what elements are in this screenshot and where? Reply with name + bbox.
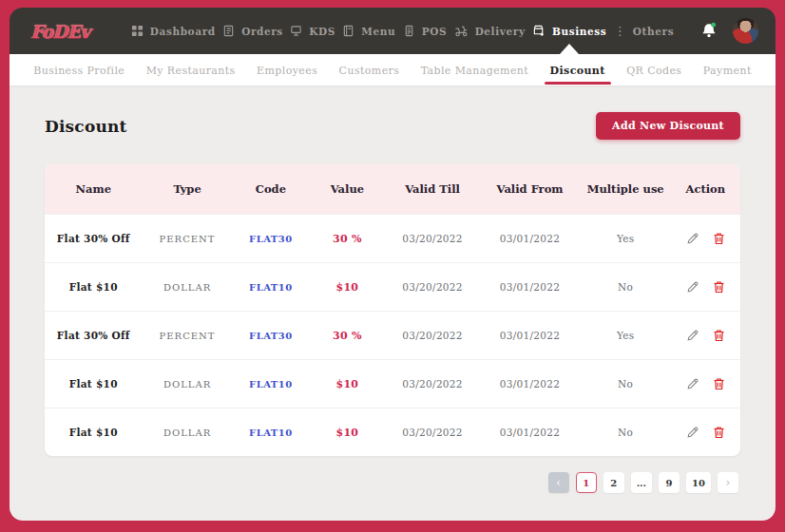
tab-payment[interactable]: Payment bbox=[701, 56, 754, 84]
pencil-icon bbox=[686, 331, 699, 345]
edit-button[interactable] bbox=[686, 329, 699, 342]
cell-code: FLAT10 bbox=[233, 428, 310, 438]
cell-multiple-use: Yes bbox=[581, 330, 671, 341]
nav-item-orders[interactable]: Orders bbox=[222, 25, 283, 37]
pagination-page-9[interactable]: 9 bbox=[659, 472, 680, 493]
tab-business-profile[interactable]: Business Profile bbox=[31, 56, 126, 84]
tab-qr-codes[interactable]: QR Codes bbox=[624, 56, 683, 84]
nav-item-dashboard[interactable]: Dashboard bbox=[131, 25, 216, 37]
edit-button[interactable] bbox=[686, 377, 699, 390]
nav-item-label: Delivery bbox=[475, 26, 526, 37]
cell-valid-from: 03/01/2022 bbox=[479, 330, 580, 341]
cell-valid-till: 03/20/2022 bbox=[386, 427, 480, 438]
trash-icon bbox=[713, 234, 725, 248]
edit-button[interactable] bbox=[686, 426, 699, 439]
nav-item-business[interactable]: Business bbox=[532, 25, 606, 37]
edit-button[interactable] bbox=[686, 280, 699, 294]
business-tabbar: Business Profile My Restaurants Employee… bbox=[10, 54, 775, 86]
nav-item-kds[interactable]: KDS bbox=[290, 25, 335, 37]
chevron-right-icon: › bbox=[726, 476, 731, 489]
tab-discount[interactable]: Discount bbox=[548, 56, 607, 84]
nav-item-pos[interactable]: POS bbox=[403, 25, 447, 37]
trash-icon bbox=[713, 331, 725, 345]
pagination-prev-button[interactable]: ‹ bbox=[548, 472, 569, 493]
top-nav-list: Dashboard Orders KDS Menu bbox=[127, 25, 678, 37]
trash-icon bbox=[713, 379, 725, 393]
cell-code: FLAT10 bbox=[233, 379, 310, 390]
cell-name: Flat 30% Off bbox=[45, 233, 142, 244]
add-new-discount-button[interactable]: Add New Discount bbox=[596, 112, 740, 140]
others-icon: ⋮ bbox=[614, 25, 626, 37]
column-header-code: Code bbox=[233, 182, 310, 196]
cell-type: PERCENT bbox=[142, 331, 232, 341]
business-icon bbox=[532, 25, 546, 37]
nav-item-menu[interactable]: Menu bbox=[342, 25, 395, 37]
orders-icon bbox=[222, 25, 235, 37]
kds-icon bbox=[290, 25, 302, 37]
cell-code: FLAT10 bbox=[233, 282, 310, 293]
app-window: FoDEv Dashboard Orders KDS bbox=[10, 8, 775, 521]
nav-item-others[interactable]: ⋮ Others bbox=[614, 25, 674, 37]
cell-valid-till: 03/20/2022 bbox=[386, 378, 480, 390]
nav-item-delivery[interactable]: Delivery bbox=[454, 25, 526, 37]
page-title: Discount bbox=[45, 117, 127, 136]
cell-actions bbox=[671, 232, 740, 245]
column-header-action: Action bbox=[671, 182, 740, 196]
cell-type: PERCENT bbox=[142, 234, 232, 244]
pagination-next-button[interactable]: › bbox=[718, 472, 738, 493]
cell-actions bbox=[671, 426, 740, 439]
cell-valid-till: 03/20/2022 bbox=[386, 281, 480, 293]
pencil-icon bbox=[686, 234, 699, 248]
main-content: Discount Add New Discount Name Type Code… bbox=[10, 86, 775, 521]
nav-item-label: Others bbox=[633, 26, 674, 37]
delete-button[interactable] bbox=[713, 426, 725, 439]
cell-valid-from: 03/01/2022 bbox=[479, 281, 580, 293]
notification-bell-icon[interactable] bbox=[700, 22, 718, 41]
nav-item-label: Menu bbox=[361, 26, 395, 37]
dashboard-icon bbox=[131, 25, 144, 37]
delete-button[interactable] bbox=[713, 280, 725, 294]
nav-item-label: POS bbox=[422, 26, 447, 37]
edit-button[interactable] bbox=[686, 232, 699, 245]
pagination: ‹ 1 2 ... 9 10 › bbox=[10, 456, 775, 493]
cell-value: $10 bbox=[309, 378, 386, 390]
cell-valid-till: 03/20/2022 bbox=[386, 233, 480, 244]
column-header-valid-till: Valid Till bbox=[386, 182, 480, 196]
nav-item-label: Dashboard bbox=[150, 26, 216, 37]
table-row: Flat $10 DOLLAR FLAT10 $10 03/20/2022 03… bbox=[45, 408, 740, 456]
cell-actions bbox=[671, 377, 740, 390]
cell-value: 30 % bbox=[309, 233, 386, 245]
pos-icon bbox=[403, 25, 415, 37]
app-logo: FoDEv bbox=[30, 21, 89, 42]
nav-item-label: KDS bbox=[309, 26, 335, 37]
tab-customers[interactable]: Customers bbox=[337, 56, 402, 84]
tab-employees[interactable]: Employees bbox=[255, 56, 319, 84]
cell-name: Flat $10 bbox=[45, 281, 142, 293]
tab-my-restaurants[interactable]: My Restaurants bbox=[144, 56, 238, 84]
tab-table-management[interactable]: Table Management bbox=[419, 56, 530, 84]
cell-value: $10 bbox=[309, 427, 386, 439]
navbar-right-group bbox=[700, 18, 758, 44]
cell-multiple-use: Yes bbox=[581, 233, 671, 244]
user-avatar[interactable] bbox=[733, 18, 758, 44]
pagination-page-1[interactable]: 1 bbox=[576, 472, 597, 493]
delete-button[interactable] bbox=[713, 329, 725, 342]
menu-icon bbox=[342, 25, 354, 37]
trash-icon bbox=[713, 282, 725, 296]
delete-button[interactable] bbox=[713, 377, 725, 390]
pencil-icon bbox=[686, 282, 699, 296]
cell-multiple-use: No bbox=[581, 427, 671, 438]
column-header-type: Type bbox=[142, 182, 232, 196]
delete-button[interactable] bbox=[713, 232, 725, 245]
discount-table: Name Type Code Value Valid Till Valid Fr… bbox=[45, 164, 740, 456]
pagination-page-2[interactable]: 2 bbox=[603, 472, 624, 493]
cell-valid-till: 03/20/2022 bbox=[386, 330, 480, 341]
pagination-page-10[interactable]: 10 bbox=[686, 472, 711, 493]
cell-multiple-use: No bbox=[581, 378, 671, 390]
table-row: Flat $10 DOLLAR FLAT10 $10 03/20/2022 03… bbox=[45, 359, 740, 408]
table-header-row: Name Type Code Value Valid Till Valid Fr… bbox=[45, 164, 740, 214]
cell-valid-from: 03/01/2022 bbox=[479, 427, 580, 438]
cell-actions bbox=[671, 280, 740, 294]
cell-actions bbox=[671, 329, 740, 342]
column-header-multiple-use: Multiple use bbox=[581, 182, 671, 196]
